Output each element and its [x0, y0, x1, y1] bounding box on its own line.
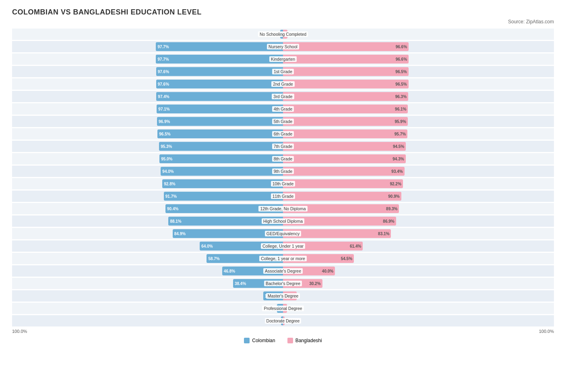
right-bar-label: 95.9%	[395, 119, 407, 124]
right-container: 93.4%	[283, 167, 554, 176]
bar-row: 94.0% 9th Grade 93.4%	[12, 166, 554, 177]
left-container: 97.7%	[12, 42, 283, 51]
right-bar-label: 96.3%	[395, 94, 408, 99]
left-container: 58.7%	[12, 254, 283, 263]
left-container: 97.1%	[12, 105, 283, 113]
right-container: 10.5%	[283, 291, 554, 300]
right-bar-label: 96.1%	[395, 107, 408, 111]
legend-bangladeshi: Bangladeshi	[287, 338, 322, 343]
page-title: COLOMBIAN VS BANGLADESHI EDUCATION LEVEL	[12, 8, 554, 16]
right-container: 96.5%	[283, 80, 554, 88]
left-container: 4.6%	[12, 304, 283, 313]
bar-row: 90.4% 12th Grade, No Diploma 89.3%	[12, 203, 554, 214]
category-label: College, Under 1 year	[261, 243, 305, 249]
center-label-container: Bachelor's Degree	[255, 279, 311, 288]
axis-labels: 100.0% 100.0%	[12, 329, 554, 334]
bar-row: 15.3% Master's Degree 10.5%	[12, 290, 554, 302]
right-container: 40.0%	[283, 267, 554, 275]
category-label: 1st Grade	[272, 69, 294, 74]
left-container: 97.6%	[12, 80, 283, 88]
category-label: Associate's Degree	[263, 268, 303, 274]
center-label-container: 8th Grade	[255, 154, 311, 163]
center-label-container: 5th Grade	[255, 117, 311, 126]
right-container: 96.3%	[283, 92, 554, 101]
left-bar-label: 95.0%	[159, 157, 172, 161]
left-container: 91.7%	[12, 192, 283, 201]
right-bar-label: 94.3%	[392, 157, 405, 161]
left-bar-label: 96.5%	[157, 132, 170, 136]
left-container: 96.9%	[12, 117, 283, 126]
left-container: 97.4%	[12, 92, 283, 101]
right-bar-label: 96.5%	[395, 82, 408, 86]
category-label: 12th Grade, No Diploma	[258, 206, 307, 211]
left-container: 95.0%	[12, 154, 283, 163]
left-container: 46.8%	[12, 267, 283, 275]
left-bar-label: 90.4%	[165, 207, 178, 211]
left-container: 38.4%	[12, 279, 283, 288]
left-bar-label: 94.0%	[161, 169, 174, 174]
right-bar-label: 92.2%	[390, 182, 403, 186]
right-container: 1.2%	[283, 316, 554, 325]
bar-row: 4.6% Professional Degree 3.1%	[12, 303, 554, 314]
right-bar-label: 83.1%	[378, 232, 391, 236]
left-container: 64.0%	[12, 242, 283, 250]
bar-row: 95.3% 7th Grade 94.5%	[12, 141, 554, 152]
right-container: 95.9%	[283, 117, 554, 126]
left-bar-label: 58.7%	[207, 257, 219, 261]
right-container: 83.1%	[283, 229, 554, 238]
right-bar-label: 96.6%	[396, 57, 409, 62]
center-label-container: 7th Grade	[255, 142, 311, 151]
category-label: 8th Grade	[272, 156, 294, 162]
left-bar-label: 97.6%	[156, 82, 169, 86]
left-bar-label: 95.3%	[159, 144, 172, 149]
bar-row: 97.1% 4th Grade 96.1%	[12, 103, 554, 115]
bar-row: 96.9% 5th Grade 95.9%	[12, 116, 554, 127]
left-container: 94.0%	[12, 167, 283, 176]
left-bar-label: 38.4%	[233, 281, 246, 286]
center-label-container: 9th Grade	[255, 167, 311, 176]
right-container: 96.6%	[283, 42, 554, 51]
right-bar-label: 30.2%	[309, 281, 322, 286]
legend-colombian: Colombian	[244, 338, 275, 343]
left-container: 95.3%	[12, 142, 283, 151]
left-bar-label: 91.7%	[164, 194, 177, 199]
category-label: Professional Degree	[262, 306, 304, 311]
right-container: 94.5%	[283, 142, 554, 151]
left-bar-label: 97.1%	[157, 107, 169, 111]
right-container: 95.7%	[283, 129, 554, 138]
right-bar-label: 93.4%	[391, 169, 404, 174]
center-label-container: 11th Grade	[255, 192, 311, 201]
left-container: 97.6%	[12, 67, 283, 76]
left-container: 2.3%	[12, 30, 283, 39]
category-label: Kindergarten	[269, 56, 297, 62]
bar-row: 97.6% 2nd Grade 96.5%	[12, 78, 554, 90]
right-container: 30.2%	[283, 279, 554, 288]
bar-row: 97.4% 3rd Grade 96.3%	[12, 91, 554, 102]
category-label: Nursery School	[267, 44, 299, 49]
center-label-container: 2nd Grade	[255, 80, 311, 88]
center-label-container: 4th Grade	[255, 105, 311, 113]
right-container: 61.4%	[283, 242, 554, 250]
bar-row: 58.7% College, 1 year or more 54.5%	[12, 253, 554, 264]
bangladeshi-legend-label: Bangladeshi	[295, 338, 322, 343]
category-label: 10th Grade	[271, 181, 295, 187]
center-label-container: Nursery School	[255, 42, 311, 51]
chart-container: 2.3% No Schooling Completed 3.5% 97.7% N…	[12, 29, 554, 334]
category-label: 7th Grade	[272, 144, 294, 149]
category-label: Master's Degree	[266, 293, 300, 299]
center-label-container: High School Diploma	[255, 217, 311, 226]
category-label: 2nd Grade	[271, 81, 295, 87]
center-label-container: Kindergarten	[255, 55, 311, 64]
axis-left: 100.0%	[12, 329, 27, 334]
category-label: Doctorate Degree	[265, 318, 302, 324]
center-label-container: No Schooling Completed	[255, 30, 311, 39]
legend: Colombian Bangladeshi	[12, 338, 554, 343]
right-container: 86.9%	[283, 217, 554, 226]
bar-row: 97.6% 1st Grade 96.5%	[12, 66, 554, 77]
bar-row: 96.5% 6th Grade 95.7%	[12, 128, 554, 140]
bar-row: 97.7% Kindergarten 96.6%	[12, 53, 554, 65]
bar-row: 64.0% College, Under 1 year 61.4%	[12, 240, 554, 252]
right-bar-label: 90.9%	[388, 194, 401, 199]
center-label-container: GED/Equivalency	[255, 229, 311, 238]
category-label: No Schooling Completed	[258, 31, 308, 37]
